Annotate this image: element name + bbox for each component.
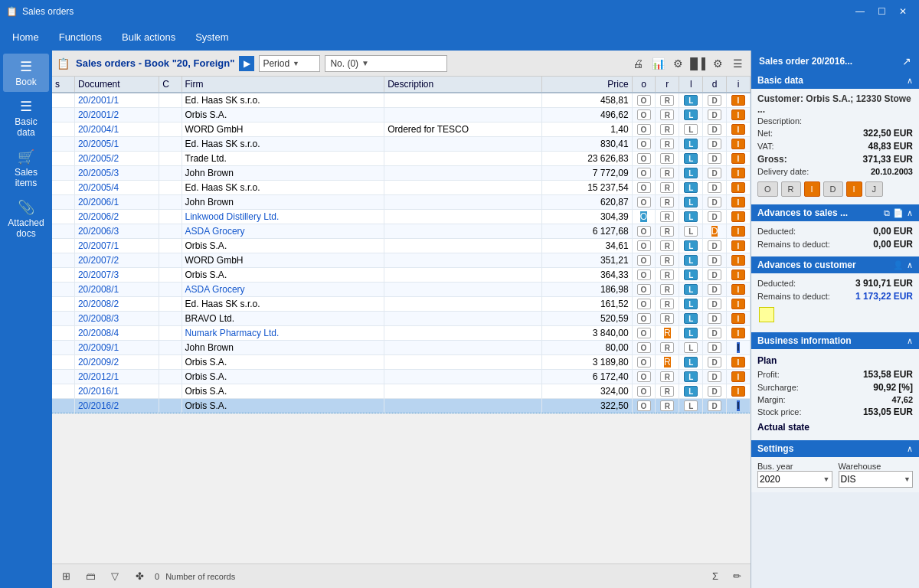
- filter-icon[interactable]: ▽: [106, 567, 124, 586]
- status-l[interactable]: L: [679, 341, 703, 355]
- table-row[interactable]: 20/2008/1ASDA Grocery186,98ORLDI: [52, 283, 751, 297]
- section-collapse-icon[interactable]: ∧: [907, 76, 913, 86]
- status-btn-i1[interactable]: I: [804, 181, 820, 197]
- status-btn-d[interactable]: D: [823, 181, 843, 197]
- col-document[interactable]: 20/2004/1: [74, 122, 159, 137]
- status-l[interactable]: L: [679, 283, 703, 297]
- status-l[interactable]: L: [679, 122, 703, 137]
- status-l[interactable]: L: [679, 312, 703, 326]
- status-i[interactable]: I: [727, 283, 751, 297]
- status-o[interactable]: O: [632, 224, 656, 239]
- status-r[interactable]: R: [656, 268, 679, 283]
- table-row[interactable]: 20/2008/3BRAVO Ltd.520,59ORLDI: [52, 312, 751, 326]
- col-document[interactable]: 20/2001/1: [74, 93, 159, 108]
- status-d[interactable]: D: [703, 195, 727, 210]
- status-r[interactable]: R: [656, 181, 679, 195]
- menu-icon[interactable]: ☰: [729, 55, 746, 72]
- status-l[interactable]: L: [679, 326, 703, 341]
- menu-home[interactable]: Home: [3, 28, 48, 46]
- col-document[interactable]: 20/2001/2: [74, 108, 159, 122]
- sticky-note-icon[interactable]: [759, 307, 774, 322]
- table-row[interactable]: 20/2009/2Orbis S.A.3 189,80ORLDI: [52, 355, 751, 370]
- status-o[interactable]: O: [632, 399, 656, 413]
- status-i[interactable]: I: [727, 239, 751, 253]
- status-r[interactable]: R: [656, 108, 679, 122]
- status-o[interactable]: O: [632, 239, 656, 253]
- minimize-button[interactable]: —: [850, 4, 870, 19]
- col-document[interactable]: 20/2007/3: [74, 268, 159, 283]
- status-o[interactable]: O: [632, 370, 656, 384]
- sigma-icon[interactable]: Σ: [706, 567, 724, 586]
- advances-doc-icon[interactable]: 📄: [893, 208, 904, 218]
- status-r[interactable]: R: [656, 152, 679, 166]
- col-document[interactable]: 20/2016/2: [74, 399, 159, 413]
- section-basic-data-header[interactable]: Basic data ∧: [751, 72, 919, 89]
- status-i[interactable]: I: [727, 224, 751, 239]
- col-header-price[interactable]: Price: [541, 77, 632, 93]
- status-i[interactable]: I: [727, 122, 751, 137]
- status-i[interactable]: I: [727, 166, 751, 181]
- status-o[interactable]: O: [632, 93, 656, 108]
- status-l[interactable]: L: [679, 166, 703, 181]
- status-r[interactable]: R: [656, 312, 679, 326]
- status-r[interactable]: R: [656, 253, 679, 268]
- status-r[interactable]: R: [656, 297, 679, 312]
- maximize-button[interactable]: ☐: [872, 4, 891, 19]
- close-button[interactable]: ✕: [893, 4, 913, 19]
- settings-icon[interactable]: ⚙: [669, 55, 686, 72]
- table-row[interactable]: 20/2009/1John Brown80,00ORLDI: [52, 341, 751, 355]
- table-row[interactable]: 20/2006/2Linkwood Distillery Ltd.304,39O…: [52, 210, 751, 224]
- status-i[interactable]: I: [727, 355, 751, 370]
- status-i[interactable]: I: [727, 93, 751, 108]
- col-document[interactable]: 20/2009/2: [74, 355, 159, 370]
- table-row[interactable]: 20/2005/4Ed. Haas SK s.r.o.15 237,54ORLD…: [52, 181, 751, 195]
- bus-year-select[interactable]: 2020 ▼: [757, 471, 832, 488]
- table-row[interactable]: 20/2008/2Ed. Haas SK s.r.o.161,52ORLDI: [52, 297, 751, 312]
- table-row[interactable]: 20/2007/1Orbis S.A.34,61ORLDI: [52, 239, 751, 253]
- status-r[interactable]: R: [656, 195, 679, 210]
- business-info-collapse-icon[interactable]: ∧: [907, 336, 913, 346]
- status-l[interactable]: L: [679, 152, 703, 166]
- advances-copy-icon[interactable]: ⧉: [884, 208, 890, 218]
- status-o[interactable]: O: [632, 181, 656, 195]
- status-i[interactable]: I: [727, 341, 751, 355]
- status-o[interactable]: O: [632, 210, 656, 224]
- table-row[interactable]: 20/2012/1Orbis S.A.6 172,40ORLDI: [52, 370, 751, 384]
- status-o[interactable]: O: [632, 137, 656, 152]
- status-o[interactable]: O: [632, 122, 656, 137]
- no-input[interactable]: No. (0) ▼: [325, 55, 447, 72]
- table-row[interactable]: 20/2008/4Numark Pharmacy Ltd.3 840,00ORL…: [52, 326, 751, 341]
- col-document[interactable]: 20/2016/1: [74, 384, 159, 399]
- col-document[interactable]: 20/2005/2: [74, 152, 159, 166]
- status-d[interactable]: D: [703, 253, 727, 268]
- col-document[interactable]: 20/2005/3: [74, 166, 159, 181]
- status-r[interactable]: R: [656, 283, 679, 297]
- period-select[interactable]: Period ▼: [259, 55, 320, 72]
- col-document[interactable]: 20/2008/3: [74, 312, 159, 326]
- right-panel-open-button[interactable]: ↗: [902, 55, 911, 67]
- status-d[interactable]: D: [703, 399, 727, 413]
- table-row[interactable]: 20/2007/3Orbis S.A.364,33ORLDI: [52, 268, 751, 283]
- status-o[interactable]: O: [632, 108, 656, 122]
- status-d[interactable]: D: [703, 370, 727, 384]
- status-o[interactable]: O: [632, 355, 656, 370]
- status-l[interactable]: L: [679, 108, 703, 122]
- status-i[interactable]: I: [727, 108, 751, 122]
- columns-icon[interactable]: ▐▌▌: [689, 55, 706, 72]
- status-d[interactable]: D: [703, 122, 727, 137]
- grid-nav-button[interactable]: ▶: [239, 56, 254, 71]
- advances-collapse-icon[interactable]: ∧: [907, 208, 913, 218]
- edit-icon[interactable]: ✏: [728, 567, 746, 586]
- status-o[interactable]: O: [632, 152, 656, 166]
- status-d[interactable]: D: [703, 326, 727, 341]
- status-d[interactable]: D: [703, 297, 727, 312]
- table-row[interactable]: 20/2005/3John Brown7 772,09ORLDI: [52, 166, 751, 181]
- status-i[interactable]: I: [727, 268, 751, 283]
- status-btn-i2[interactable]: I: [846, 181, 862, 197]
- status-i[interactable]: I: [727, 137, 751, 152]
- status-l[interactable]: L: [679, 297, 703, 312]
- status-r[interactable]: R: [656, 137, 679, 152]
- status-l[interactable]: L: [679, 399, 703, 413]
- table-row[interactable]: 20/2001/2Orbis S.A.496,62ORLDI: [52, 108, 751, 122]
- status-l[interactable]: L: [679, 384, 703, 399]
